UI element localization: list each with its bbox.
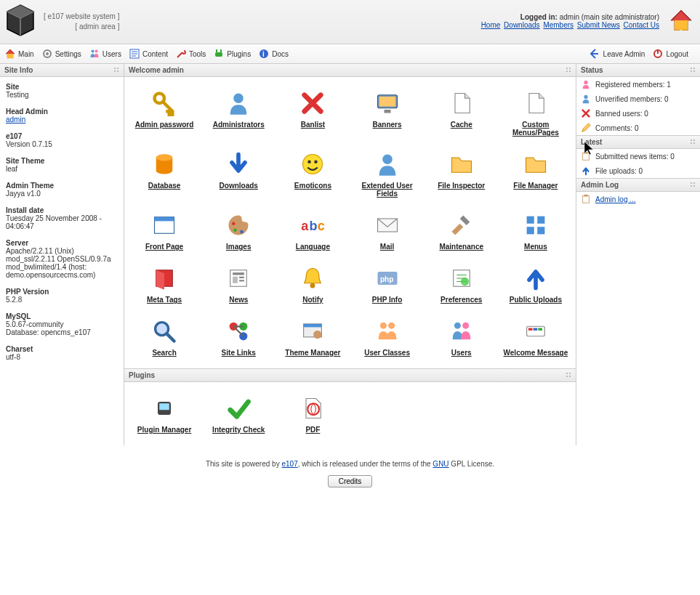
- public-uploads[interactable]: Public Uploads: [499, 264, 573, 304]
- nav-main[interactable]: Main: [4, 48, 34, 60]
- file-inspector[interactable]: File Inspector: [425, 150, 499, 198]
- banners-icon: [373, 89, 402, 118]
- plugin-manager[interactable]: Plugin Manager: [127, 394, 201, 434]
- notify-label: Notify: [302, 296, 323, 304]
- downloads[interactable]: Downloads: [201, 150, 275, 198]
- news[interactable]: News: [201, 264, 275, 304]
- user-classes[interactable]: User Classes: [350, 317, 424, 357]
- nav-logout[interactable]: Logout: [652, 48, 688, 60]
- plugin-manager-label: Plugin Manager: [137, 426, 191, 434]
- status-title: Status: [576, 64, 700, 77]
- front-page[interactable]: Front Page: [127, 211, 201, 251]
- file-inspector-icon: [447, 150, 476, 179]
- sidebar-info-value: Testing: [6, 91, 118, 99]
- emoticons[interactable]: Emoticons: [275, 150, 350, 198]
- user-info: Logged in: admin (main site administrato…: [480, 13, 659, 29]
- sidebar-info-value: 5.2.8: [6, 296, 118, 304]
- home-icon[interactable]: [668, 7, 694, 33]
- footer-link-e107[interactable]: e107: [281, 460, 297, 468]
- sidebar-info-block: Install dateTuesday 25 November 2008 - 0…: [6, 206, 118, 230]
- welcome-title: Welcome admin: [124, 64, 576, 77]
- nav-leave-admin[interactable]: Leave Admin: [590, 48, 645, 60]
- language[interactable]: Language: [275, 211, 350, 251]
- public-uploads-label: Public Uploads: [510, 296, 562, 304]
- preferences-icon: [447, 264, 476, 293]
- images[interactable]: Images: [201, 211, 275, 251]
- banners[interactable]: Banners: [350, 89, 424, 137]
- pdf[interactable]: PDF: [275, 394, 350, 434]
- navbar: Main Settings Users Content Tools Plugin…: [0, 44, 700, 64]
- search[interactable]: Search: [127, 317, 201, 357]
- sidebar-info-block: MySQL5.0.67-community Database: opencms_…: [6, 312, 118, 336]
- admin-password[interactable]: Admin password: [127, 89, 201, 137]
- banlist[interactable]: Banlist: [275, 89, 350, 137]
- meta-tags[interactable]: Meta Tags: [127, 264, 201, 304]
- file-manager[interactable]: File Manager: [499, 150, 573, 198]
- link-home[interactable]: Home: [481, 21, 501, 29]
- news-label: News: [229, 296, 248, 304]
- sidebar-info-link[interactable]: admin: [6, 116, 25, 124]
- nav-tools[interactable]: Tools: [175, 48, 206, 60]
- home-small-icon: [4, 48, 16, 60]
- nav-plugins[interactable]: Plugins: [213, 48, 251, 60]
- php-info[interactable]: PHP Info: [350, 264, 424, 304]
- plugin-manager-icon: [150, 394, 179, 423]
- site-links[interactable]: Site Links: [201, 317, 275, 357]
- logged-in-label: Logged in:: [520, 13, 558, 21]
- nav-docs[interactable]: Docs: [258, 48, 289, 60]
- menus[interactable]: Menus: [499, 211, 573, 251]
- latest-news: Submitted news items: 0: [576, 149, 700, 163]
- images-label: Images: [226, 243, 251, 251]
- sidebar-info-label: Site Theme: [6, 157, 118, 165]
- header-titles: [ e107 website system ] [ admin area ]: [44, 12, 120, 32]
- tools-icon: [175, 48, 187, 60]
- integrity-check-icon: [224, 394, 253, 423]
- sidebar-info-label: Charset: [6, 345, 118, 353]
- credits-button[interactable]: Credits: [328, 475, 373, 487]
- preferences[interactable]: Preferences: [425, 264, 499, 304]
- extended-user-fields-label: Extended User Fields: [351, 182, 424, 198]
- cache-icon: [447, 89, 476, 118]
- footer-link-gnu[interactable]: GNU: [433, 460, 448, 468]
- welcome-message-label: Welcome Message: [504, 349, 568, 357]
- users-icon: [89, 48, 100, 60]
- theme-manager[interactable]: Theme Manager: [275, 317, 350, 357]
- header: [ e107 website system ] [ admin area ] L…: [0, 0, 700, 44]
- maintenance-icon: [447, 211, 476, 240]
- extended-user-fields[interactable]: Extended User Fields: [350, 150, 424, 198]
- link-contact-us[interactable]: Contact Us: [624, 21, 659, 29]
- maintenance-label: Maintenance: [439, 243, 483, 251]
- integrity-check-label: Integrity Check: [212, 426, 265, 434]
- sidebar-info-block: Head Adminadmin: [6, 108, 118, 124]
- custom-menus[interactable]: Custom Menus/Pages: [499, 89, 573, 137]
- pdf-label: PDF: [305, 426, 320, 434]
- welcome-message[interactable]: Welcome Message: [499, 317, 573, 357]
- search-icon: [150, 317, 179, 346]
- integrity-check[interactable]: Integrity Check: [201, 394, 275, 434]
- administrators-icon: [224, 89, 253, 118]
- adminlog-link[interactable]: Admin log ...: [595, 195, 636, 203]
- status-registered: Registered members: 1: [576, 77, 700, 92]
- database[interactable]: Database: [127, 150, 201, 198]
- nav-content[interactable]: Content: [129, 48, 168, 60]
- link-submit-news[interactable]: Submit News: [577, 21, 620, 29]
- cache[interactable]: Cache: [425, 89, 499, 137]
- link-downloads[interactable]: Downloads: [504, 21, 539, 29]
- notify[interactable]: Notify: [275, 264, 350, 304]
- link-members[interactable]: Members: [543, 21, 574, 29]
- nav-settings[interactable]: Settings: [41, 48, 81, 60]
- sidebar-info-block: SiteTesting: [6, 83, 118, 99]
- sidebar-info-value: Jayya v1.0: [6, 190, 118, 198]
- x-icon: [581, 108, 591, 118]
- maintenance[interactable]: Maintenance: [425, 211, 499, 251]
- mail[interactable]: Mail: [350, 211, 424, 251]
- pencil-icon: [581, 123, 591, 133]
- sidebar-info-label: e107: [6, 132, 118, 140]
- mail-label: Mail: [380, 243, 394, 251]
- plugins-title: Plugins: [124, 368, 576, 382]
- nav-users[interactable]: Users: [89, 48, 121, 60]
- language-icon: [298, 211, 327, 240]
- users[interactable]: Users: [425, 317, 499, 357]
- administrators[interactable]: Administrators: [201, 89, 275, 137]
- extended-user-fields-icon: [373, 150, 402, 179]
